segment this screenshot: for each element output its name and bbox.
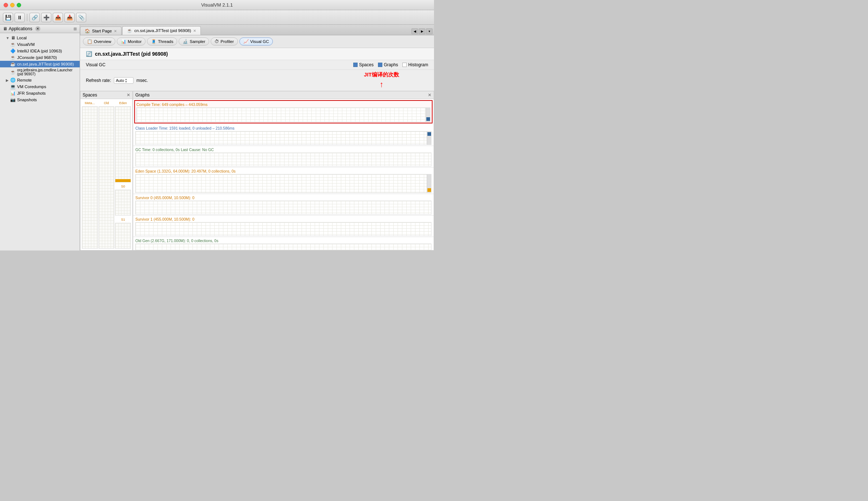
sidebar-item-snapshots[interactable]: 📷 Snapshots: [0, 96, 80, 103]
tab-overview[interactable]: 📋 Overview: [83, 38, 115, 46]
toolbar-btn2[interactable]: ➕: [41, 13, 51, 22]
compile-time-graph: [136, 107, 430, 122]
tab-monitor[interactable]: 📊 Monitor: [117, 38, 146, 46]
close-button[interactable]: [4, 3, 8, 7]
overview-icon: 📋: [87, 39, 92, 44]
sidebar: 🖥 Applications ✕ ⊞ ▼ 🖥 Local ☕ VisualVM …: [0, 25, 80, 250]
meta-col: Meta...: [82, 100, 98, 249]
toolbar-btn5[interactable]: 📎: [76, 13, 86, 22]
sidebar-item-jconsole[interactable]: ☕ JConsole (pid 96870): [0, 54, 80, 61]
graphs-panel-close[interactable]: ✕: [428, 92, 431, 98]
minimize-button[interactable]: [10, 3, 15, 7]
eden-label: Eden: [115, 100, 131, 106]
toolbar-sep1: [27, 14, 27, 21]
tab-start-label: Start Page: [92, 29, 112, 33]
tab-nav-menu[interactable]: ▾: [426, 28, 433, 34]
sidebar-item-coredumps[interactable]: 💻 VM Coredumps: [0, 83, 80, 90]
s1-grid: [115, 223, 131, 248]
survivor0-graph: [135, 201, 431, 214]
sidebar-item-jittest[interactable]: ☕ cn.sxt.java.JITTest (pid 96908): [0, 61, 80, 67]
titlebar: VisualVM 2.1.1: [0, 0, 434, 10]
sidebar-jfr-label: JFR Snapshots: [17, 91, 46, 95]
jittest-icon: ☕: [10, 62, 16, 67]
old-box: [99, 106, 115, 249]
tab-nav-right[interactable]: ▶: [419, 28, 425, 34]
survivor0-grid: [136, 201, 431, 214]
tab-threads-label: Threads: [158, 39, 173, 44]
sidebar-item-intellij[interactable]: 🔷 IntelliJ IDEA (pid 10963): [0, 48, 80, 54]
toolbar-save-btn[interactable]: 💾: [3, 13, 13, 22]
tab-nav-left[interactable]: ◀: [411, 28, 418, 34]
main-layout: 🖥 Applications ✕ ⊞ ▼ 🖥 Local ☕ VisualVM …: [0, 25, 434, 250]
select-arrows: ▲ ▼: [125, 78, 127, 83]
sidebar-launcher-label: org.jetbrains.jps.cmdline.Launcher (pid …: [17, 68, 77, 76]
eden-grid: [115, 107, 131, 182]
toolbar-stop-btn[interactable]: ⏸: [15, 13, 25, 22]
tab-visual-gc-label: Visual GC: [250, 39, 269, 44]
spaces-panel-close[interactable]: ✕: [127, 92, 130, 98]
sidebar-close-btn[interactable]: ✕: [35, 26, 40, 31]
toolbar-btn3[interactable]: 📤: [53, 13, 63, 22]
page-header: 🔄 cn.sxt.java.JITTest (pid 96908): [80, 48, 434, 60]
classloader-indicator: [427, 132, 431, 136]
eden-box: [115, 106, 131, 182]
sidebar-tab-label: Applications: [9, 26, 32, 31]
coredumps-icon: 💻: [10, 84, 16, 89]
meta-grid: [82, 107, 97, 248]
tab-monitor-label: Monitor: [128, 39, 142, 44]
refresh-unit: msec.: [136, 78, 148, 83]
tab-profiler[interactable]: ⏱ Profiler: [211, 38, 238, 46]
visual-gc-controls: Spaces Graphs Histogram: [353, 62, 428, 67]
toolbar-btn1[interactable]: 🔗: [29, 13, 40, 22]
meta-box: [82, 106, 98, 249]
refresh-value: Auto: [116, 78, 124, 83]
sampler-icon: 🔬: [183, 39, 188, 44]
gc-time-label: GC Time: 0 collections, 0s Last Cause: N…: [135, 147, 431, 153]
eden-space-graph: [135, 174, 431, 193]
panels-row: Spaces ✕ Meta... Old: [80, 91, 434, 250]
refresh-select[interactable]: Auto ▲ ▼: [114, 77, 134, 84]
tab-jittest[interactable]: ☕ cn.sxt.java.JITTest (pid 96908) ✕: [122, 26, 201, 35]
visualvm-icon: ☕: [10, 42, 16, 47]
visual-gc-label: Visual GC: [86, 62, 105, 67]
tab-jittest-icon: ☕: [127, 28, 132, 33]
s1-box: [115, 223, 131, 249]
annotation-text: JIT编译的次数: [364, 71, 399, 78]
toolbar-btn4[interactable]: 📥: [64, 13, 75, 22]
compile-scrollbar[interactable]: [426, 108, 430, 122]
survivor1-graph: [135, 222, 431, 236]
tab-start-page[interactable]: 🏠 Start Page ✕: [80, 27, 122, 35]
sidebar-intellij-label: IntelliJ IDEA (pid 10963): [17, 49, 62, 53]
tab-visual-gc[interactable]: 📈 Visual GC: [239, 38, 273, 46]
sidebar-item-launcher[interactable]: ☕ org.jetbrains.jps.cmdline.Launcher (pi…: [0, 67, 80, 77]
old-gen-graph: [135, 244, 431, 250]
tab-sampler[interactable]: 🔬 Sampler: [179, 38, 209, 46]
old-gen-label: Old Gen (2.667G, 171.000M): 0, 0 collect…: [135, 238, 431, 244]
histogram-checkbox[interactable]: [402, 63, 407, 67]
jconsole-icon: ☕: [10, 55, 16, 60]
sidebar-maximize-btn[interactable]: ⊞: [73, 27, 77, 31]
graphs-checkbox-label: Graphs: [384, 62, 398, 67]
eden-space-grid: [136, 174, 431, 193]
sidebar-item-local[interactable]: ▼ 🖥 Local: [0, 35, 80, 41]
eden-space-scrollbar[interactable]: [427, 174, 431, 193]
tab-start-close[interactable]: ✕: [114, 29, 117, 33]
maximize-button[interactable]: [17, 3, 21, 7]
graphs-checkbox[interactable]: [378, 63, 382, 67]
refresh-rate-label: Refresh rate:: [86, 78, 111, 83]
spaces-label: Spaces: [83, 92, 97, 98]
tab-jittest-close[interactable]: ✕: [193, 29, 196, 33]
sidebar-item-remote[interactable]: ▶ 🌐 Remote: [0, 77, 80, 83]
spaces-checkbox[interactable]: [353, 63, 358, 67]
tab-bar: 🏠 Start Page ✕ ☕ cn.sxt.java.JITTest (pi…: [80, 25, 434, 35]
refresh-process-icon[interactable]: 🔄: [86, 51, 92, 57]
sidebar-coredumps-label: VM Coredumps: [17, 84, 46, 89]
s0-grid: [115, 190, 131, 215]
visual-gc-bar: Visual GC Spaces Graphs Histogram: [80, 60, 434, 70]
tab-threads[interactable]: 🧵 Threads: [147, 38, 177, 46]
traffic-lights: [4, 3, 21, 7]
sidebar-item-visualvm[interactable]: ☕ VisualVM: [0, 41, 80, 48]
classloader-scrollbar[interactable]: [427, 131, 431, 145]
sidebar-item-jfr[interactable]: 📊 JFR Snapshots: [0, 90, 80, 96]
old-col: Old: [99, 100, 115, 249]
